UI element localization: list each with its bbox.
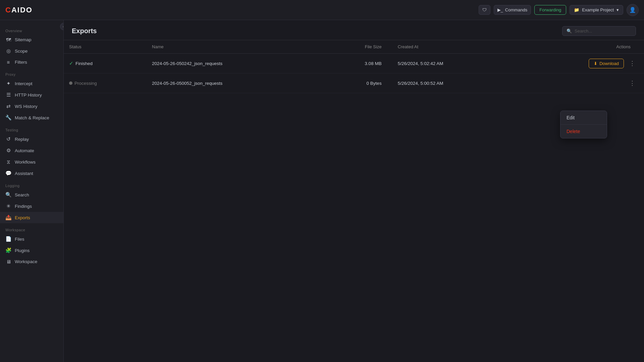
context-menu-delete[interactable]: Delete [560,125,607,138]
table-header-row: Status Name File Size Created At Actions [64,40,644,54]
sidebar-item-files[interactable]: 📄 Files [0,233,63,245]
match-replace-icon: 🔧 [5,115,11,121]
more-actions-button[interactable]: ⋮ [627,78,639,88]
sidebar-item-label: HTTP History [15,93,42,98]
context-menu-edit[interactable]: Edit [560,111,607,125]
shield-button[interactable]: 🛡 [479,5,490,15]
avatar-button[interactable]: 👤 [627,4,639,16]
sidebar-section-workspace: Workspace [0,223,63,233]
project-label: Example Project [582,7,614,12]
row-status: ✓ Finished [64,54,147,73]
findings-icon: ✳ [5,203,11,209]
sidebar-item-label: Search [15,192,29,197]
scope-icon: ◎ [5,48,11,54]
sidebar-section-logging: Logging [0,179,63,189]
sidebar-item-findings[interactable]: ✳ Findings [0,200,63,212]
sidebar-item-label: Exports [15,215,30,220]
files-icon: 📄 [5,236,11,242]
sidebar-item-label: Filters [15,60,27,65]
table-row: ✓ Finished2024-05-26-050242_json_request… [64,54,644,73]
row-name: 2024-05-26-050052_json_requests [147,73,321,93]
sidebar-item-label: Files [15,237,24,242]
workflows-icon: ⧖ [5,159,11,165]
sidebar-item-label: Workspace [15,259,37,264]
row-actions: ⬇ Download⋮ [514,54,644,73]
actions-cell: ⬇ Download⋮ [519,58,639,68]
actions-cell: ⋮ [519,78,639,88]
col-name: Name [147,40,321,54]
status-text: Processing [74,81,97,86]
sidebar-item-replay[interactable]: ↺ Replay [0,133,63,145]
search-input-icon: 🔍 [567,28,572,34]
sidebar-item-automate[interactable]: ⚙ Automate [0,145,63,156]
forwarding-label: Forwarding [539,7,561,12]
row-name: 2024-05-26-050242_json_requests [147,54,321,73]
sidebar-item-workflows[interactable]: ⧖ Workflows [0,156,63,168]
topbar-actions: 🛡 ▶_ Commands Forwarding 📁 Example Proje… [479,4,639,16]
filters-icon: ≡ [5,59,11,65]
sidebar-item-label: Workflows [15,160,36,165]
sidebar-item-label: Automate [15,148,34,153]
sidebar-item-label: Plugins [15,248,30,253]
col-actions: Actions [514,40,644,54]
sidebar-section-testing: Testing [0,123,63,133]
row-created: 5/26/2024, 5:00:52 AM [392,73,514,93]
sidebar-item-label: WS History [15,104,38,109]
row-status: Processing [64,73,147,93]
folder-icon: 📁 [574,7,579,12]
sidebar-item-exports[interactable]: 📤 Exports [0,212,63,223]
col-status: Status [64,40,147,54]
shield-icon: 🛡 [482,7,487,12]
main-layout: « Overview 🗺 Sitemap ◎ Scope ≡ Filters P… [0,20,644,362]
sidebar-item-search[interactable]: 🔍 Search [0,189,63,200]
chevron-down-icon: ▾ [616,7,619,12]
main-content: Exports 🔍 Status Name File Size Created … [64,20,644,362]
col-filesize: File Size [321,40,392,54]
forwarding-button[interactable]: Forwarding [534,5,566,15]
row-filesize: 3.08 MB [321,54,392,73]
row-created: 5/26/2024, 5:02:42 AM [392,54,514,73]
page-header: Exports 🔍 [64,20,644,40]
search-input[interactable] [575,28,632,34]
commands-label: Commands [505,7,527,12]
table-row: Processing2024-05-26-050052_json_request… [64,73,644,93]
sidebar-item-match-replace[interactable]: 🔧 Match & Replace [0,112,63,123]
exports-table-container: Status Name File Size Created At Actions… [64,40,644,362]
download-button[interactable]: ⬇ Download [589,59,624,68]
assistant-icon: 💬 [5,170,11,176]
http-history-icon: ☰ [5,92,11,98]
sidebar-item-intercept[interactable]: ✦ Intercept [0,78,63,89]
plugins-icon: 🧩 [5,247,11,253]
download-label: Download [599,61,619,66]
sidebar-item-label: Intercept [15,81,33,86]
row-actions: ⋮ [514,73,644,93]
col-created: Created At [392,40,514,54]
sidebar-item-ws-history[interactable]: ⇄ WS History [0,101,63,112]
sidebar-item-label: Match & Replace [15,115,49,120]
status-text: Finished [75,61,93,66]
sidebar-item-scope[interactable]: ◎ Scope [0,45,63,57]
sidebar-section-overview: Overview [0,24,63,34]
sidebar-item-filters[interactable]: ≡ Filters [0,57,63,68]
replay-icon: ↺ [5,136,11,142]
sidebar-item-label: Findings [15,204,32,209]
terminal-icon: ▶_ [497,7,503,12]
page-title: Exports [72,27,97,35]
search-box: 🔍 [562,26,636,36]
exports-icon: 📤 [5,215,11,221]
sidebar-item-sitemap[interactable]: 🗺 Sitemap [0,34,63,45]
download-icon: ⬇ [594,61,597,66]
sidebar-item-http-history[interactable]: ☰ HTTP History [0,89,63,101]
sidebar-item-label: Assistant [15,171,33,176]
logo-c-letter: C [5,6,11,14]
commands-button[interactable]: ▶_ Commands [494,5,531,15]
intercept-icon: ✦ [5,80,11,86]
context-menu: Edit Delete [560,111,607,138]
sidebar-item-assistant[interactable]: 💬 Assistant [0,168,63,179]
sidebar-item-label: Sitemap [15,37,32,42]
more-actions-button[interactable]: ⋮ [627,58,639,68]
sidebar-item-plugins[interactable]: 🧩 Plugins [0,245,63,256]
project-button[interactable]: 📁 Example Project ▾ [570,5,623,15]
search-icon: 🔍 [5,192,11,198]
sidebar-item-workspace[interactable]: 🖥 Workspace [0,256,63,267]
